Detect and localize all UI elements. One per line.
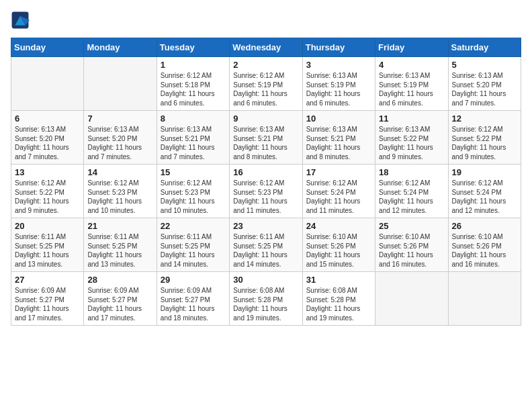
day-number: 31 xyxy=(306,275,371,285)
calendar-cell: 27Sunrise: 6:09 AM Sunset: 5:27 PM Dayli… xyxy=(11,272,84,326)
calendar-week-4: 20Sunrise: 6:11 AM Sunset: 5:25 PM Dayli… xyxy=(11,218,521,272)
day-info: Sunrise: 6:13 AM Sunset: 5:20 PM Dayligh… xyxy=(87,125,152,161)
day-number: 4 xyxy=(379,60,444,70)
day-info: Sunrise: 6:13 AM Sunset: 5:20 PM Dayligh… xyxy=(15,125,80,161)
calendar-cell xyxy=(11,57,84,111)
calendar-week-3: 13Sunrise: 6:12 AM Sunset: 5:22 PM Dayli… xyxy=(11,165,521,218)
logo-icon xyxy=(11,11,30,30)
calendar-cell: 14Sunrise: 6:12 AM Sunset: 5:23 PM Dayli… xyxy=(84,165,157,218)
day-info: Sunrise: 6:12 AM Sunset: 5:23 PM Dayligh… xyxy=(233,179,298,215)
calendar-cell: 22Sunrise: 6:11 AM Sunset: 5:25 PM Dayli… xyxy=(157,218,229,272)
calendar-cell: 7Sunrise: 6:13 AM Sunset: 5:20 PM Daylig… xyxy=(84,111,157,165)
day-info: Sunrise: 6:09 AM Sunset: 5:27 PM Dayligh… xyxy=(161,286,226,322)
day-info: Sunrise: 6:11 AM Sunset: 5:25 PM Dayligh… xyxy=(233,232,298,269)
day-info: Sunrise: 6:12 AM Sunset: 5:23 PM Dayligh… xyxy=(87,179,152,215)
calendar-table: SundayMondayTuesdayWednesdayThursdayFrid… xyxy=(11,38,521,326)
day-info: Sunrise: 6:09 AM Sunset: 5:27 PM Dayligh… xyxy=(15,286,80,322)
day-number: 20 xyxy=(15,221,80,231)
weekday-header-friday: Friday xyxy=(375,38,448,57)
calendar-cell: 26Sunrise: 6:10 AM Sunset: 5:26 PM Dayli… xyxy=(448,218,521,272)
calendar-week-5: 27Sunrise: 6:09 AM Sunset: 5:27 PM Dayli… xyxy=(11,272,521,326)
day-info: Sunrise: 6:10 AM Sunset: 5:26 PM Dayligh… xyxy=(452,232,517,269)
day-number: 9 xyxy=(233,113,298,124)
day-info: Sunrise: 6:12 AM Sunset: 5:22 PM Dayligh… xyxy=(15,179,80,215)
calendar-cell: 17Sunrise: 6:12 AM Sunset: 5:24 PM Dayli… xyxy=(302,165,375,218)
calendar-cell: 19Sunrise: 6:12 AM Sunset: 5:24 PM Dayli… xyxy=(448,165,521,218)
day-number: 29 xyxy=(161,275,226,285)
calendar-cell: 6Sunrise: 6:13 AM Sunset: 5:20 PM Daylig… xyxy=(11,111,84,165)
calendar-cell: 18Sunrise: 6:12 AM Sunset: 5:24 PM Dayli… xyxy=(375,165,448,218)
calendar-cell: 30Sunrise: 6:08 AM Sunset: 5:28 PM Dayli… xyxy=(230,272,302,326)
page-header xyxy=(11,11,521,30)
weekday-header-tuesday: Tuesday xyxy=(157,38,229,57)
day-info: Sunrise: 6:13 AM Sunset: 5:21 PM Dayligh… xyxy=(233,125,298,161)
calendar-cell: 4Sunrise: 6:13 AM Sunset: 5:19 PM Daylig… xyxy=(375,57,448,111)
day-number: 26 xyxy=(452,221,517,231)
day-number: 11 xyxy=(379,113,444,124)
calendar-cell xyxy=(448,272,521,326)
weekday-header-thursday: Thursday xyxy=(302,38,375,57)
day-info: Sunrise: 6:12 AM Sunset: 5:23 PM Dayligh… xyxy=(161,179,226,215)
day-number: 2 xyxy=(233,60,298,70)
calendar-cell: 24Sunrise: 6:10 AM Sunset: 5:26 PM Dayli… xyxy=(302,218,375,272)
day-info: Sunrise: 6:10 AM Sunset: 5:26 PM Dayligh… xyxy=(306,232,371,269)
calendar-cell: 12Sunrise: 6:12 AM Sunset: 5:22 PM Dayli… xyxy=(448,111,521,165)
weekday-header-row: SundayMondayTuesdayWednesdayThursdayFrid… xyxy=(11,38,521,57)
day-info: Sunrise: 6:13 AM Sunset: 5:22 PM Dayligh… xyxy=(379,125,444,161)
calendar-week-1: 1Sunrise: 6:12 AM Sunset: 5:18 PM Daylig… xyxy=(11,57,521,111)
day-info: Sunrise: 6:13 AM Sunset: 5:21 PM Dayligh… xyxy=(161,125,226,161)
day-number: 6 xyxy=(15,113,80,124)
day-info: Sunrise: 6:08 AM Sunset: 5:28 PM Dayligh… xyxy=(306,286,371,322)
day-info: Sunrise: 6:12 AM Sunset: 5:22 PM Dayligh… xyxy=(452,125,517,161)
day-number: 19 xyxy=(452,167,517,177)
day-info: Sunrise: 6:11 AM Sunset: 5:25 PM Dayligh… xyxy=(15,232,80,269)
day-number: 28 xyxy=(87,275,152,285)
calendar-cell: 25Sunrise: 6:10 AM Sunset: 5:26 PM Dayli… xyxy=(375,218,448,272)
day-number: 30 xyxy=(233,275,298,285)
calendar-cell: 1Sunrise: 6:12 AM Sunset: 5:18 PM Daylig… xyxy=(157,57,229,111)
day-info: Sunrise: 6:13 AM Sunset: 5:19 PM Dayligh… xyxy=(379,71,444,107)
weekday-header-monday: Monday xyxy=(84,38,157,57)
logo xyxy=(11,11,32,30)
calendar-cell: 16Sunrise: 6:12 AM Sunset: 5:23 PM Dayli… xyxy=(230,165,302,218)
calendar-cell: 13Sunrise: 6:12 AM Sunset: 5:22 PM Dayli… xyxy=(11,165,84,218)
calendar-cell: 2Sunrise: 6:12 AM Sunset: 5:19 PM Daylig… xyxy=(230,57,302,111)
day-number: 3 xyxy=(306,60,371,70)
calendar-cell: 3Sunrise: 6:13 AM Sunset: 5:19 PM Daylig… xyxy=(302,57,375,111)
day-number: 13 xyxy=(15,167,80,177)
day-info: Sunrise: 6:11 AM Sunset: 5:25 PM Dayligh… xyxy=(87,232,152,269)
day-number: 8 xyxy=(161,113,226,124)
day-info: Sunrise: 6:11 AM Sunset: 5:25 PM Dayligh… xyxy=(161,232,226,269)
day-number: 18 xyxy=(379,167,444,177)
calendar-cell: 10Sunrise: 6:13 AM Sunset: 5:21 PM Dayli… xyxy=(302,111,375,165)
day-info: Sunrise: 6:12 AM Sunset: 5:18 PM Dayligh… xyxy=(161,71,226,107)
day-number: 15 xyxy=(161,167,226,177)
day-number: 12 xyxy=(452,113,517,124)
calendar-cell: 15Sunrise: 6:12 AM Sunset: 5:23 PM Dayli… xyxy=(157,165,229,218)
day-number: 23 xyxy=(233,221,298,231)
day-number: 27 xyxy=(15,275,80,285)
day-info: Sunrise: 6:12 AM Sunset: 5:24 PM Dayligh… xyxy=(452,179,517,215)
day-info: Sunrise: 6:12 AM Sunset: 5:24 PM Dayligh… xyxy=(379,179,444,215)
day-info: Sunrise: 6:08 AM Sunset: 5:28 PM Dayligh… xyxy=(233,286,298,322)
day-info: Sunrise: 6:10 AM Sunset: 5:26 PM Dayligh… xyxy=(379,232,444,269)
calendar-cell xyxy=(84,57,157,111)
calendar-cell: 11Sunrise: 6:13 AM Sunset: 5:22 PM Dayli… xyxy=(375,111,448,165)
day-info: Sunrise: 6:12 AM Sunset: 5:24 PM Dayligh… xyxy=(306,179,371,215)
weekday-header-sunday: Sunday xyxy=(11,38,84,57)
day-info: Sunrise: 6:13 AM Sunset: 5:20 PM Dayligh… xyxy=(452,71,517,107)
day-number: 16 xyxy=(233,167,298,177)
calendar-cell: 5Sunrise: 6:13 AM Sunset: 5:20 PM Daylig… xyxy=(448,57,521,111)
calendar-cell: 8Sunrise: 6:13 AM Sunset: 5:21 PM Daylig… xyxy=(157,111,229,165)
day-number: 1 xyxy=(161,60,226,70)
day-number: 7 xyxy=(87,113,152,124)
day-number: 24 xyxy=(306,221,371,231)
calendar-cell: 28Sunrise: 6:09 AM Sunset: 5:27 PM Dayli… xyxy=(84,272,157,326)
calendar-cell: 20Sunrise: 6:11 AM Sunset: 5:25 PM Dayli… xyxy=(11,218,84,272)
day-info: Sunrise: 6:13 AM Sunset: 5:19 PM Dayligh… xyxy=(306,71,371,107)
day-number: 10 xyxy=(306,113,371,124)
calendar-week-2: 6Sunrise: 6:13 AM Sunset: 5:20 PM Daylig… xyxy=(11,111,521,165)
day-info: Sunrise: 6:09 AM Sunset: 5:27 PM Dayligh… xyxy=(87,286,152,322)
day-number: 25 xyxy=(379,221,444,231)
day-number: 5 xyxy=(452,60,517,70)
